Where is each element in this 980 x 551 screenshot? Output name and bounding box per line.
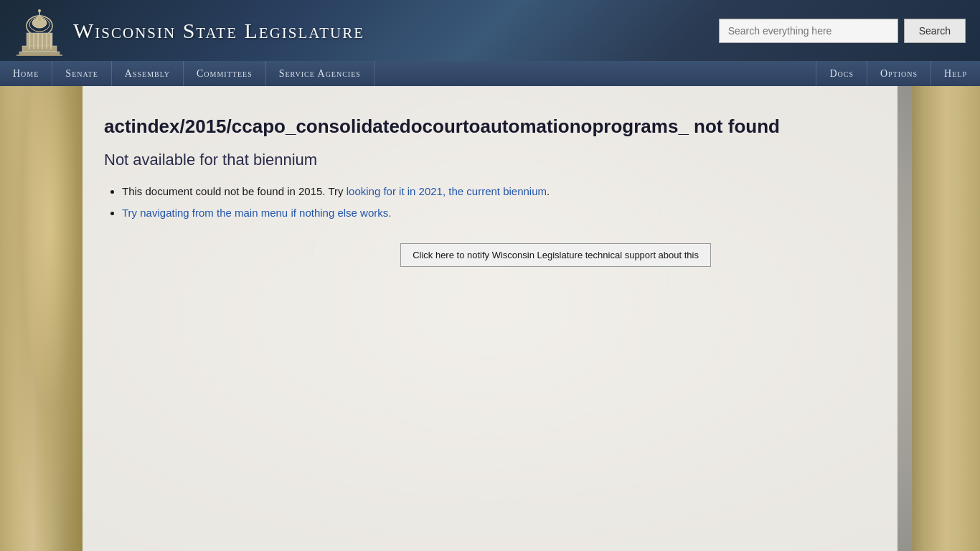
svg-point-5 [38,9,41,12]
error-list: This document could not be found in 2015… [104,184,854,222]
error-bullet-1: This document could not be found in 2015… [122,184,854,200]
header-right: Search [719,19,966,43]
bullet1-prefix: This document could not be found in 2015… [122,185,347,197]
error-subtitle: Not available for that biennium [104,151,854,169]
main-menu-link[interactable]: Try navigating from the main menu if not… [122,207,391,219]
search-input[interactable] [719,19,898,43]
bullet1-suffix: . [547,185,550,197]
nav-item-committees[interactable]: Committees [184,61,266,86]
nav-item-assembly[interactable]: Assembly [112,61,184,86]
nav-right: Docs Options Help [816,61,980,86]
main-nav: Home Senate Assembly Committees Service … [0,61,980,86]
nav-item-options[interactable]: Options [867,61,930,86]
nav-item-docs[interactable]: Docs [816,61,867,86]
svg-rect-15 [17,55,62,56]
site-header: Wisconsin State Legislature Search [0,0,980,61]
svg-rect-14 [19,52,60,55]
site-title: Wisconsin State Legislature [73,19,364,43]
capitol-logo [14,4,65,57]
main-wrapper: actindex/2015/ccapo_consolidatedocourtoa… [0,86,980,551]
nav-item-senate[interactable]: Senate [52,61,111,86]
nav-item-help[interactable]: Help [930,61,980,86]
error-title: actindex/2015/ccapo_consolidatedocourtoa… [104,115,854,139]
notify-button-wrap: Click here to notify Wisconsin Legislatu… [104,243,711,267]
right-decorative-column [912,86,980,551]
logo-area: Wisconsin State Legislature [14,4,364,57]
nav-left: Home Senate Assembly Committees Service … [0,61,816,86]
biennium-link[interactable]: looking for it in 2021, the current bien… [347,185,547,197]
content-area: actindex/2015/ccapo_consolidatedocourtoa… [83,86,897,551]
left-decorative-column [0,86,83,551]
left-col-inner [0,86,83,551]
header-left: Wisconsin State Legislature [14,4,364,57]
nav-item-service-agencies[interactable]: Service Agencies [266,61,374,86]
svg-rect-3 [37,16,42,22]
notify-support-button[interactable]: Click here to notify Wisconsin Legislatu… [400,243,711,267]
search-button[interactable]: Search [904,19,966,43]
nav-item-home[interactable]: Home [0,61,52,86]
error-bullet-2: Try navigating from the main menu if not… [122,205,854,222]
